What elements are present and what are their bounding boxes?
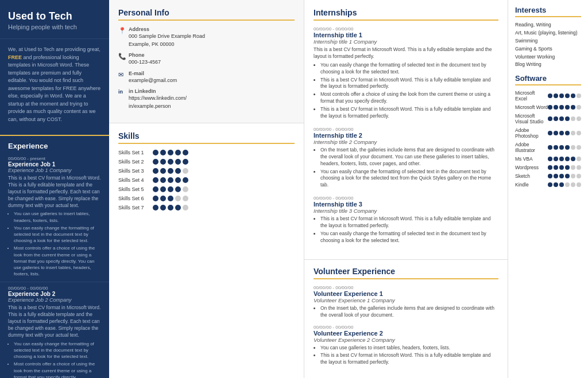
software-dot [571,93,575,98]
exp-desc-2: This is a best CV format in Microsoft Wo… [8,305,101,338]
intern-company-2: Internship title 2 Company [314,139,498,145]
volunteer-section: Volunteer Experience 00/00/00 - 00/00/00… [304,260,508,378]
skill-dot [183,168,188,174]
software-dot [577,157,581,161]
exp-date-2: 00/00/00 - 00/00/00 [8,286,101,291]
email-value: example@gmail.com [129,77,177,83]
interest-item: Blog Writing [515,61,581,68]
software-dot [565,116,570,121]
interest-item: Volunteer Working [515,54,581,61]
skill-name: Skills Set 6 [118,196,153,201]
skill-dot [183,150,188,155]
software-dot [559,105,564,110]
skill-name: Skills Set 2 [118,159,153,165]
skill-dot [153,150,158,155]
software-dot [548,116,552,121]
vol-date-2: 00/00/00 - 00/00/00 [314,325,498,330]
software-dot [577,165,581,170]
resume-page: Used to Tech Helping people with tech We… [0,0,588,378]
intern-bullet: This is a best CV format in Microsoft Wo… [320,77,498,91]
skill-dot [160,196,166,201]
software-dot [577,131,581,135]
software-item: Adobe Photoshop [515,127,581,139]
internships-section: Internships 00/00/00 - 00/00/00 Internsh… [304,0,508,260]
logo-title: Used to Tech [8,10,101,22]
software-dot [559,116,564,121]
software-name: Microsoft Word [515,104,548,110]
address-label: Address [129,26,205,32]
exp-desc-1: This is a best CV format in Microsoft Wo… [8,175,101,209]
skill-name: Skills Set 5 [118,186,153,192]
intern-item-2: 00/00/00 - 00/00/00 Internship title 2 I… [314,127,498,189]
software-item: Microsoft Visual Studio [515,113,581,124]
software-item: Sketch [515,173,581,179]
intern-bullet: You can easily change the formatting of … [320,231,498,244]
intern-title-2: Internship title 2 [314,132,498,139]
skill-dot [168,186,173,192]
vol-title-2: Volunteer Experience 2 [314,330,498,337]
software-dot [571,145,575,150]
intern-bullet: This is a best CV format in Microsoft Wo… [320,106,498,120]
interest-item: Art, Music (playing, listening) [515,30,581,37]
address-icon: 📍 [118,27,129,34]
intern-company-3: Internship title 3 Company [314,208,498,214]
intern-bullets-3: This is a best CV format in Microsoft Wo… [314,216,498,244]
skill-dot [168,196,173,201]
intern-bullet: You can easily change the formatting of … [320,169,498,189]
software-name: Sketch [515,173,530,179]
interest-item: Swimming [515,38,581,45]
software-dot [571,131,575,135]
skill-row: Skills Set 1 [118,150,295,155]
email-item: ✉ E-mail example@gmail.com [118,71,295,84]
software-dots [548,116,581,121]
software-name: Ms VBA [515,156,533,162]
vol-bullet: This is a best CV format in Microsoft Wo… [320,352,498,366]
software-item: Microsoft Word [515,104,581,110]
skill-dot [175,150,181,155]
intern-bullet: On the Insert tab, the galleries include… [320,147,498,167]
skills-header: Skills [118,131,295,144]
software-container: Microsoft ExcelMicrosoft WordMicrosoft V… [515,90,581,188]
skill-dot [153,168,158,174]
skill-row: Skills Set 5 [118,186,295,192]
skill-dot [183,159,188,165]
vol-title-1: Volunteer Experience 1 [314,290,498,297]
software-dot [571,105,575,110]
email-content: E-mail example@gmail.com [129,71,177,84]
software-dot [559,157,564,161]
exp-date-1: 00/00/00 - present [8,156,101,161]
software-dots [548,157,581,161]
software-dot [548,157,552,161]
skill-dot [175,205,181,211]
logo-subtitle: Helping people with tech [8,24,101,30]
skill-row: Skills Set 7 [118,205,295,211]
software-dot [571,116,575,121]
software-dot [559,93,564,98]
software-dot [554,157,558,161]
software-dot [554,116,558,121]
skill-dot [153,205,158,211]
skill-dot [168,205,173,211]
exp-bullet: Most controls offer a choice of using th… [14,361,101,378]
experience-section-title: Experience [0,135,109,153]
skill-dot [160,150,166,155]
software-dot [559,174,564,178]
skill-dots [153,186,188,192]
skill-dot [175,177,181,183]
exp-bullet: Most controls offer a choice of using th… [14,245,101,277]
software-dot [554,131,558,135]
intern-bullet: Most controls offer a choice of using th… [320,91,498,105]
skill-dot [175,196,181,201]
skill-name: Skills Set 4 [118,177,153,183]
skills-container: Skills Set 1Skills Set 2Skills Set 3Skil… [118,150,295,211]
skill-dot [168,159,173,165]
experience-item-2: 00/00/00 - 00/00/00 Experience Job 2 Exp… [0,282,109,378]
skill-name: Skills Set 7 [118,205,153,211]
software-dot [548,131,552,135]
intern-company-1: Internship title 1 Company [314,38,498,45]
software-dot [571,157,575,161]
linkedin-icon: in [118,89,129,95]
software-item: Kindle [515,182,581,188]
software-dot [554,105,558,110]
software-dot [548,174,552,178]
